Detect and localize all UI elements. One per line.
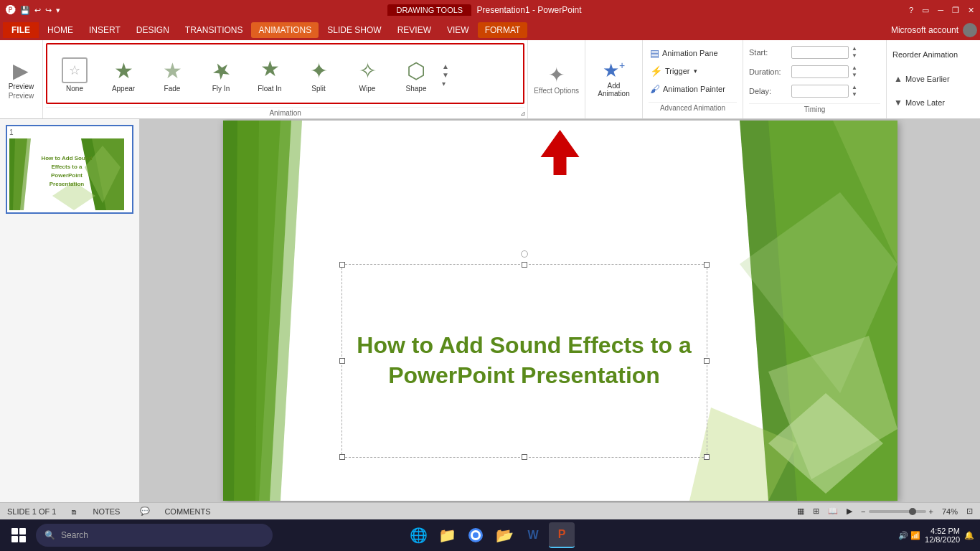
notifications-icon[interactable]: 🔔 [964, 531, 974, 540]
effect-options-label[interactable]: Effect Options [534, 87, 579, 95]
thumb-svg: How to Add Sound Effects to a PowerPoint… [9, 138, 124, 210]
duration-label: Duration: [749, 67, 788, 76]
insert-tab[interactable]: INSERT [82, 22, 128, 38]
delay-down-spinner[interactable]: ▼ [852, 91, 857, 98]
animation-fly-in[interactable]: ★ Fly In [197, 57, 245, 94]
svg-text:PowerPoint: PowerPoint [51, 172, 83, 179]
animation-split[interactable]: ✦ Split [294, 57, 343, 94]
start-row: Start: ▲ ▼ [749, 45, 880, 60]
status-bar: SLIDE 1 OF 1 🗈 NOTES 💬 COMMENTS ▦ ⊞ 📖 ▶ … [0, 502, 980, 519]
view-reading-icon[interactable]: 📖 [828, 507, 838, 516]
delay-spinners: ▲ ▼ [852, 84, 857, 98]
comments-button[interactable]: COMMENTS [164, 507, 210, 516]
delay-input[interactable] [791, 85, 849, 98]
view-slide-sorter-icon[interactable]: ⊞ [813, 507, 819, 516]
help-button[interactable]: ? [909, 6, 913, 15]
file-tab[interactable]: FILE [3, 22, 39, 38]
taskbar-pinned-apps: 🌐 📁 📂 W P [405, 522, 575, 548]
animation-pane-label: Animation Pane [662, 49, 718, 57]
slide-notes-icon: 🗈 [70, 507, 78, 516]
ribbon-display-button[interactable]: ▭ [922, 6, 929, 15]
animation-shape[interactable]: ⬡ Shape [392, 57, 440, 94]
taskbar-icon-powerpoint[interactable]: P [549, 522, 575, 548]
move-earlier-button[interactable]: ▲ Move Earlier [892, 73, 974, 85]
notes-button[interactable]: NOTES [93, 507, 120, 516]
close-button[interactable]: ✕ [968, 6, 974, 15]
account-info[interactable]: Microsoft account [891, 23, 977, 37]
split-label: Split [311, 85, 325, 93]
taskbar-icon-chrome[interactable] [463, 522, 489, 548]
taskbar-icon-word[interactable]: W [520, 522, 546, 548]
redo-icon[interactable]: ↪ [45, 6, 52, 15]
slideshow-tab[interactable]: SLIDE SHOW [320, 22, 388, 38]
start-button[interactable] [6, 522, 32, 548]
duration-input[interactable] [791, 65, 849, 78]
animation-pane-button[interactable]: ▤ Animation Pane [649, 47, 737, 60]
delay-up-spinner[interactable]: ▲ [852, 84, 857, 91]
slide-textbox[interactable]: How to Add Sound Effects to a PowerPoint… [341, 264, 707, 458]
scroll-up-arrow[interactable]: ▲ [442, 62, 449, 71]
start-down-spinner[interactable]: ▼ [852, 52, 857, 60]
taskbar-search[interactable]: 🔍 Search [36, 524, 273, 547]
duration-row: Duration: ▲ ▼ [749, 65, 880, 79]
view-normal-icon[interactable]: ▦ [797, 507, 804, 516]
start-up-spinner[interactable]: ▲ [852, 45, 857, 52]
fade-label: Fade [164, 85, 181, 93]
appear-label: Appear [112, 85, 135, 93]
zoom-control: − + [861, 507, 933, 516]
home-tab[interactable]: HOME [40, 22, 80, 38]
animation-painter-button[interactable]: 🖌 Animation Painter [649, 83, 737, 95]
animation-none[interactable]: ☆ None [50, 56, 99, 94]
animation-expand-btn[interactable]: ⊿ [520, 110, 526, 117]
timing-group-label: Timing [749, 103, 880, 113]
duration-up-spinner[interactable]: ▲ [852, 65, 857, 72]
move-later-button[interactable]: ▼ Move Later [892, 97, 974, 108]
transitions-tab[interactable]: TRANSITIONS [178, 22, 250, 38]
view-slideshow-icon[interactable]: ▶ [847, 507, 852, 516]
expand-arrow[interactable]: ▾ [442, 80, 449, 88]
slide-canvas[interactable]: How to Add Sound Effects to a PowerPoint… [223, 121, 897, 501]
taskbar-date: 12/8/2020 [925, 535, 960, 544]
zoom-level[interactable]: 74% [942, 507, 958, 516]
animation-buttons: ☆ None ★ Appear ★ Fade ★ Fly In ★ Float … [46, 43, 524, 104]
undo-icon[interactable]: ↩ [34, 6, 41, 15]
fly-in-label: Fly In [212, 85, 230, 93]
trigger-button[interactable]: ⚡ Trigger ▾ [649, 65, 737, 77]
review-tab[interactable]: REVIEW [390, 22, 438, 38]
window-title: DRAWING TOOLS Presentation1 - PowerPoint [60, 5, 909, 15]
zoom-slider[interactable] [869, 510, 926, 513]
animation-float-in[interactable]: ★ Float In [245, 57, 294, 94]
animation-wipe[interactable]: ✧ Wipe [343, 57, 392, 94]
duration-down-spinner[interactable]: ▼ [852, 72, 857, 79]
search-icon: 🔍 [44, 530, 55, 540]
svg-point-24 [473, 532, 479, 538]
fit-slide-icon[interactable]: ⊡ [966, 507, 973, 516]
add-animation-icon: ★+ [603, 60, 625, 82]
design-tab[interactable]: DESIGN [129, 22, 176, 38]
taskbar-icon-edge[interactable]: 🌐 [405, 522, 431, 548]
rotate-handle[interactable] [521, 250, 528, 258]
animations-tab[interactable]: ANIMATIONS [251, 22, 319, 38]
restore-button[interactable]: ❐ [952, 6, 959, 15]
minimize-button[interactable]: ─ [938, 6, 943, 15]
scroll-down-arrow[interactable]: ▼ [442, 71, 449, 80]
save-icon[interactable]: 💾 [20, 6, 30, 15]
animation-fade[interactable]: ★ Fade [148, 57, 197, 94]
zoom-out-icon[interactable]: − [861, 507, 865, 516]
svg-text:How to Add Sound: How to Add Sound [41, 155, 92, 161]
start-input[interactable] [791, 46, 849, 59]
slide-title[interactable]: How to Add Sound Effects to a PowerPoint… [342, 331, 707, 390]
animation-appear[interactable]: ★ Appear [99, 57, 148, 94]
zoom-in-icon[interactable]: + [929, 507, 933, 516]
reorder-group: Reorder Animation ▲ Move Earlier ▼ Move … [887, 40, 980, 118]
preview-button[interactable]: ▶ Preview [9, 59, 34, 90]
format-tab[interactable]: FORMAT [478, 22, 528, 38]
float-in-icon: ★ [260, 56, 280, 81]
view-tab[interactable]: VIEW [440, 22, 476, 38]
taskbar-clock: 4:52 PM 12/8/2020 [925, 527, 960, 544]
slide-thumbnail-1[interactable]: 1 How to Add Sound Effects to a [6, 125, 133, 214]
quick-access-toolbar: 🅟 💾 ↩ ↪ ▾ [6, 4, 60, 16]
add-animation-button[interactable]: ★+ AddAnimation [598, 60, 629, 98]
taskbar-icon-explorer[interactable]: 📁 [434, 522, 460, 548]
taskbar-icon-files[interactable]: 📂 [491, 522, 517, 548]
